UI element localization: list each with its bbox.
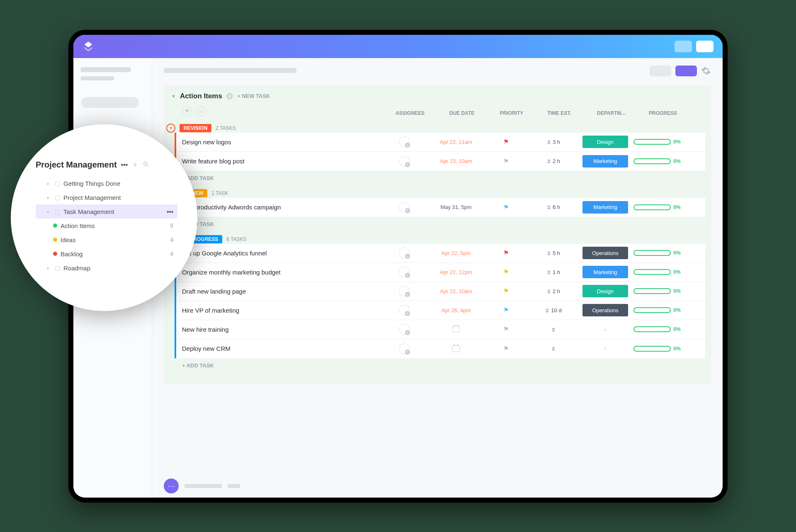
sidebar-item[interactable]: Action Items9 [36, 219, 177, 233]
progress-cell[interactable]: 0% [632, 307, 682, 313]
assignee-cell[interactable] [379, 202, 429, 213]
task-row[interactable]: Organize monthly marketing budgetApr 22,… [176, 263, 705, 282]
progress-cell[interactable]: 0% [632, 158, 682, 164]
progress-cell[interactable]: 0% [632, 269, 682, 275]
priority-flag[interactable]: ⚑ [483, 326, 529, 333]
sidebar-item[interactable]: ▸▢Task Management••• [36, 204, 177, 219]
time-estimate[interactable]: ⧗ 5 h [529, 250, 578, 257]
time-estimate[interactable]: ⧗ 1 h [529, 269, 578, 276]
department-tag[interactable]: Marketing [578, 201, 632, 214]
time-estimate[interactable]: ⧗ 10 d [529, 307, 578, 314]
due-date-empty[interactable] [429, 326, 483, 333]
add-task-button[interactable]: + ADD TASK [170, 358, 705, 370]
add-task-button[interactable]: + ADD TASK [170, 217, 705, 229]
sidebar-item[interactable]: Backlog4 [36, 247, 177, 261]
task-row[interactable]: Write feature blog postApr 23, 10am⚑⧗ 2 … [176, 152, 705, 171]
group-collapse-icon[interactable]: ▾ [166, 124, 175, 133]
task-row[interactable]: Design new logosApr 22, 11am⚑⧗ 3 hDesign… [176, 133, 705, 152]
more-icon[interactable]: ••• [121, 161, 128, 169]
progress-cell[interactable]: 0% [632, 346, 682, 352]
toolbar-button[interactable] [650, 66, 671, 76]
task-row[interactable]: New hire training⚑⧗ -0% [176, 320, 705, 339]
progress-cell[interactable]: 0% [632, 204, 682, 210]
department-tag[interactable]: Marketing [578, 155, 632, 168]
department-tag[interactable]: Design [578, 136, 632, 148]
sidebar-item[interactable]: ▸▢Roadmap [36, 261, 177, 275]
assignee-cell[interactable] [379, 286, 429, 296]
progress-cell[interactable]: 0% [632, 288, 682, 294]
gear-icon[interactable] [701, 66, 711, 76]
assignee-cell[interactable] [379, 136, 429, 147]
sidebar-item[interactable]: ▸▢Project Management [36, 190, 177, 204]
hourglass-icon: ⧗ [547, 158, 551, 165]
chevron-right-icon: ▸ [47, 181, 51, 186]
time-estimate[interactable]: ⧗ 6 h [529, 204, 578, 211]
priority-flag[interactable]: ⚑ [483, 249, 529, 257]
new-task-button[interactable]: + NEW TASK [237, 93, 270, 99]
chevron-down-icon[interactable]: ▼ [171, 94, 176, 99]
priority-flag[interactable]: ⚑ [483, 138, 529, 146]
task-row[interactable]: Draft new landing pageApr 22, 10am⚑⧗ 2 h… [176, 282, 705, 301]
time-estimate[interactable]: ⧗ [529, 326, 578, 333]
department-tag[interactable]: Operations [578, 247, 632, 259]
sidebar-item-label: Task Management [63, 208, 114, 215]
time-estimate[interactable]: ⧗ [529, 345, 578, 352]
priority-flag[interactable]: ⚑ [483, 158, 529, 165]
due-date[interactable]: Apr 22, 12pm [429, 269, 483, 275]
priority-flag[interactable]: ⚑ [483, 204, 529, 211]
priority-flag[interactable]: ⚑ [483, 306, 529, 314]
top-header [73, 35, 723, 58]
flag-column-icon[interactable]: ⚑ [182, 106, 192, 116]
toolbar-button-primary[interactable] [675, 66, 697, 76]
progress-cell[interactable]: 0% [632, 139, 682, 145]
task-row[interactable]: Run productivity Adwords campaignMay 31,… [176, 198, 705, 217]
assignee-cell[interactable] [379, 305, 429, 316]
assignee-cell[interactable] [379, 324, 429, 335]
task-row[interactable]: Set up Google Analytics funnelApr 22, 5p… [176, 244, 705, 263]
due-date[interactable]: May 31, 5pm [429, 204, 483, 210]
due-date[interactable]: Apr 23, 10am [429, 158, 483, 164]
flag-icon: ⚑ [503, 326, 509, 333]
due-date[interactable]: Apr 22, 5pm [429, 250, 483, 256]
add-task-button[interactable]: + ADD TASK [170, 171, 705, 183]
assignee-cell[interactable] [379, 343, 429, 354]
space-title: Project Management [36, 160, 117, 170]
assignee-cell[interactable] [379, 248, 429, 258]
chevron-right-icon: ▸ [47, 195, 51, 200]
due-date[interactable]: Apr 22, 10am [429, 288, 483, 294]
department-tag[interactable]: Operations [578, 304, 632, 316]
priority-flag[interactable]: ⚑ [483, 287, 529, 295]
department-tag[interactable]: - [578, 326, 632, 333]
chat-icon[interactable]: ⋯ [164, 479, 179, 493]
department-tag[interactable]: Marketing [578, 266, 632, 278]
assignee-column-icon[interactable]: ☺ [196, 106, 206, 116]
assignee-cell[interactable] [379, 267, 429, 277]
time-estimate[interactable]: ⧗ 2 h [529, 288, 578, 295]
header-pill-1[interactable] [675, 41, 692, 52]
task-row[interactable]: Hire VP of marketingApr 26, 4pm⚑⧗ 10 dOp… [176, 301, 705, 320]
sidebar-item[interactable]: ▸▢Getting Things Done [36, 176, 177, 190]
department-tag[interactable]: - [578, 345, 632, 352]
due-date[interactable]: Apr 22, 11am [429, 139, 483, 145]
sidebar-item-label: Action Items [61, 222, 95, 229]
info-icon[interactable]: i [226, 93, 233, 100]
more-icon[interactable]: ••• [167, 208, 173, 215]
priority-flag[interactable]: ⚑ [483, 345, 529, 352]
time-estimate[interactable]: ⧗ 3 h [529, 138, 578, 146]
sidebar-search-skeleton[interactable] [81, 97, 139, 108]
task-row[interactable]: Deploy new CRM⚑⧗ -0% [176, 339, 705, 358]
progress-cell[interactable]: 0% [632, 326, 682, 332]
time-estimate[interactable]: ⧗ 2 h [529, 158, 578, 165]
department-tag[interactable]: Design [578, 285, 632, 297]
assignee-cell[interactable] [379, 156, 429, 167]
group-status-badge[interactable]: REVISION [180, 124, 211, 132]
plus-icon[interactable]: ＋ [132, 160, 138, 169]
due-date[interactable]: Apr 26, 4pm [429, 307, 483, 313]
header-pill-2[interactable] [696, 41, 713, 52]
progress-cell[interactable]: 0% [632, 250, 682, 256]
search-icon[interactable] [143, 161, 149, 169]
item-count: 9 [170, 222, 173, 229]
due-date-empty[interactable] [429, 345, 483, 352]
priority-flag[interactable]: ⚑ [483, 268, 529, 276]
sidebar-item[interactable]: Ideas4 [36, 233, 177, 247]
